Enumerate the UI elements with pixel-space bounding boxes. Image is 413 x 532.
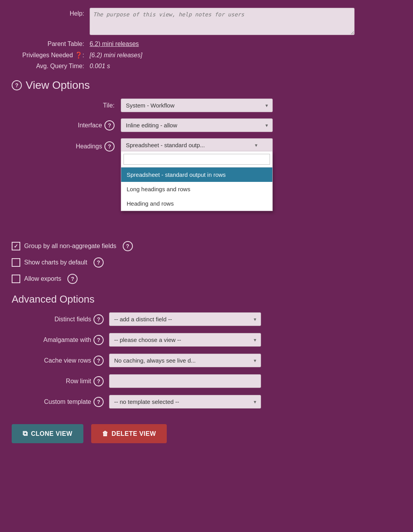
row-limit-row: Row limit ? — [12, 374, 401, 388]
parent-table-label: Parent Table: — [12, 41, 90, 48]
clone-label: CLONE VIEW — [31, 430, 72, 437]
tile-select-wrapper: System - Workflow — [121, 99, 273, 112]
custom-template-row: Custom template ? -- no template selecte… — [12, 395, 401, 409]
distinct-fields-help-icon[interactable]: ? — [94, 314, 104, 324]
custom-template-help-icon[interactable]: ? — [94, 397, 104, 407]
dropdown-item-heading-rows[interactable]: Heading and rows — [121, 196, 272, 211]
group-by-label: Group by all non-aggregate fields — [24, 243, 116, 250]
privileges-value: [6.2) mini releases] — [90, 52, 142, 59]
dropdown-item-long-headings[interactable]: Long headings and rows — [121, 182, 272, 196]
group-by-row: Group by all non-aggregate fields ? — [12, 241, 401, 251]
delete-icon: 🗑 — [102, 430, 109, 437]
custom-template-select[interactable]: -- no template selected -- — [109, 395, 261, 409]
parent-table-link[interactable]: 6.2) mini releases — [90, 41, 139, 48]
query-time-row: Avg. Query Time: 0.001 s — [12, 63, 401, 70]
headings-dropdown-trigger[interactable]: Spreadsheet - standard outp... ▼ — [121, 138, 273, 151]
view-options-help-icon[interactable]: ? — [12, 80, 22, 90]
show-charts-row: Show charts by default ? — [12, 257, 401, 268]
help-row: Help: — [12, 8, 401, 35]
advanced-options-title: Advanced Options — [12, 293, 401, 305]
headings-dropdown-popup: Spreadsheet - standard output in rows Lo… — [121, 151, 273, 211]
headings-search-wrapper — [121, 151, 272, 167]
bottom-buttons: ⧉ CLONE VIEW 🗑 DELETE VIEW — [12, 424, 401, 451]
headings-dropdown-container: Spreadsheet - standard outp... ▼ Spreads… — [121, 138, 273, 151]
query-time-value: 0.001 s — [90, 63, 110, 70]
distinct-fields-row: Distinct fields ? -- add a distinct fiel… — [12, 312, 401, 326]
view-options-heading: View Options — [26, 79, 90, 92]
allow-exports-help-icon[interactable]: ? — [67, 274, 78, 284]
headings-row: Headings ? Spreadsheet - standard outp..… — [12, 138, 401, 151]
view-options-title: ? View Options — [12, 79, 401, 92]
dropdown-item-spreadsheet[interactable]: Spreadsheet - standard output in rows — [121, 167, 272, 182]
cache-rows-label: Cache view rows ? — [12, 356, 109, 366]
cache-rows-select-wrapper: No caching, always see live d... — [109, 354, 261, 367]
interface-label: Interface ? — [12, 120, 121, 130]
privileges-label: Privileges Needed ❓: — [12, 51, 90, 59]
help-textarea[interactable] — [90, 8, 355, 35]
amalgamate-help-icon[interactable]: ? — [94, 335, 104, 345]
headings-dropdown-arrow: ▼ — [254, 143, 258, 148]
amalgamate-row: Amalgamate with ? -- please choose a vie… — [12, 333, 401, 347]
parent-table-row: Parent Table: 6.2) mini releases — [12, 41, 401, 48]
query-time-label: Avg. Query Time: — [12, 63, 90, 70]
amalgamate-select[interactable]: -- please choose a view -- — [109, 333, 261, 347]
headings-help-icon[interactable]: ? — [104, 141, 115, 151]
delete-view-button[interactable]: 🗑 DELETE VIEW — [91, 424, 167, 443]
interface-help-icon[interactable]: ? — [104, 120, 115, 130]
interface-select[interactable]: Inline editing - allow — [121, 118, 273, 132]
headings-label: Headings ? — [12, 138, 121, 151]
show-charts-label: Show charts by default — [24, 259, 87, 266]
show-charts-checkbox[interactable] — [12, 258, 20, 267]
distinct-fields-label: Distinct fields ? — [12, 314, 109, 324]
checkboxes-area: Group by all non-aggregate fields ? Show… — [12, 241, 401, 284]
clone-view-button[interactable]: ⧉ CLONE VIEW — [12, 424, 83, 443]
amalgamate-label: Amalgamate with ? — [12, 335, 109, 345]
allow-exports-label: Allow exports — [24, 275, 61, 282]
clone-icon: ⧉ — [23, 430, 28, 438]
custom-template-select-wrapper: -- no template selected -- — [109, 395, 261, 409]
tile-select[interactable]: System - Workflow — [121, 99, 273, 112]
row-limit-input[interactable] — [109, 374, 261, 388]
interface-select-wrapper: Inline editing - allow — [121, 118, 273, 132]
cache-rows-help-icon[interactable]: ? — [94, 356, 104, 366]
privileges-row: Privileges Needed ❓: [6.2) mini releases… — [12, 51, 401, 59]
cache-rows-select[interactable]: No caching, always see live d... — [109, 354, 261, 367]
page-container: Help: Parent Table: 6.2) mini releases P… — [0, 0, 413, 467]
allow-exports-checkbox[interactable] — [12, 275, 20, 283]
delete-label: DELETE VIEW — [111, 430, 156, 437]
headings-search-input[interactable] — [124, 154, 270, 165]
tile-row: Tile: System - Workflow — [12, 99, 401, 112]
show-charts-help-icon[interactable]: ? — [94, 257, 104, 268]
group-by-help-icon[interactable]: ? — [123, 241, 133, 251]
row-limit-label: Row limit ? — [12, 376, 109, 386]
distinct-fields-select-wrapper: -- add a distinct field -- — [109, 312, 261, 326]
custom-template-label: Custom template ? — [12, 397, 109, 407]
row-limit-help-icon[interactable]: ? — [94, 376, 104, 386]
cache-rows-row: Cache view rows ? No caching, always see… — [12, 354, 401, 367]
tile-label: Tile: — [12, 102, 121, 109]
help-label: Help: — [12, 8, 90, 17]
distinct-fields-select[interactable]: -- add a distinct field -- — [109, 312, 261, 326]
headings-selected-value: Spreadsheet - standard outp... — [126, 142, 205, 148]
advanced-options-section: Advanced Options Distinct fields ? -- ad… — [12, 293, 401, 409]
amalgamate-select-wrapper: -- please choose a view -- — [109, 333, 261, 347]
allow-exports-row: Allow exports ? — [12, 274, 401, 284]
interface-row: Interface ? Inline editing - allow — [12, 118, 401, 132]
group-by-checkbox[interactable] — [12, 242, 20, 250]
